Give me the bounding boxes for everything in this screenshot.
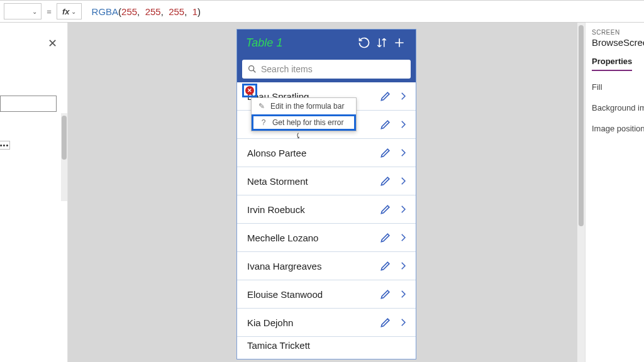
properties-panel: SCREEN BrowseScreen Properties Fill Back… <box>585 23 644 362</box>
refresh-icon[interactable] <box>355 36 373 49</box>
app-title: Table 1 <box>246 36 355 50</box>
row-title: Elouise Stanwood <box>237 289 377 300</box>
tree-pane: ✕ ••• <box>0 23 68 362</box>
sort-icon[interactable] <box>373 36 391 49</box>
edit-icon[interactable] <box>377 118 394 131</box>
prop-image-position[interactable]: Image position <box>592 124 644 133</box>
list-item[interactable]: Neta Storment <box>237 167 416 195</box>
phone-preview: Table 1 Search items <box>236 29 416 359</box>
list-item[interactable]: Beau Spratling ✎ Edit in the formula bar… <box>237 82 416 111</box>
fx-label: fx <box>62 7 70 16</box>
search-placeholder: Search items <box>261 64 313 74</box>
row-title: Neta Storment <box>237 176 377 187</box>
edit-icon[interactable] <box>377 175 394 187</box>
equals-sign: = <box>42 7 57 16</box>
row-title: Alonso Partee <box>237 148 377 158</box>
chevron-right-icon[interactable] <box>394 232 412 243</box>
prop-bg-image[interactable]: Background ima <box>592 103 644 112</box>
list-item[interactable]: Mechelle Lozano <box>237 224 416 252</box>
chevron-right-icon[interactable] <box>394 90 412 102</box>
help-icon: ? <box>258 118 269 127</box>
edit-icon[interactable] <box>377 90 394 102</box>
add-icon[interactable] <box>391 36 408 49</box>
list-item[interactable]: Alonso Partee <box>237 139 416 167</box>
more-icon[interactable]: ••• <box>0 141 10 150</box>
edit-icon[interactable] <box>377 146 394 159</box>
context-menu: ✎ Edit in the formula bar ? Get help for… <box>251 97 357 131</box>
formula-bar: ⌄ = fx ⌄ RGBA(255, 255, 255, 1) <box>0 0 644 23</box>
edit-icon[interactable] <box>377 288 394 300</box>
canvas-scrollbar[interactable] <box>577 23 585 362</box>
ctx-label: Edit in the formula bar <box>270 102 344 111</box>
edit-icon[interactable] <box>377 203 394 216</box>
edit-icon[interactable] <box>377 260 394 272</box>
row-title: Kia Dejohn <box>237 317 377 328</box>
chevron-down-icon: ⌄ <box>32 8 37 15</box>
row-title: Mechelle Lozano <box>237 233 377 243</box>
error-icon[interactable] <box>242 84 257 97</box>
ctx-label: Get help for this error <box>272 118 343 127</box>
search-wrap: Search items <box>237 56 416 82</box>
svg-point-0 <box>249 66 254 71</box>
search-icon <box>247 64 257 74</box>
row-title: Ivana Hargreaves <box>237 261 377 272</box>
tree-search-input[interactable] <box>0 96 57 112</box>
formula-input[interactable]: RGBA(255, 255, 255, 1) <box>86 6 644 17</box>
chevron-down-icon: ⌄ <box>71 8 76 15</box>
close-icon[interactable]: ✕ <box>48 36 57 50</box>
list-item[interactable]: Ivana Hargreaves <box>237 252 416 280</box>
edit-icon[interactable] <box>377 231 394 244</box>
list-item[interactable]: Kia Dejohn <box>237 309 416 337</box>
chevron-right-icon[interactable] <box>394 317 412 328</box>
pencil-icon: ✎ <box>257 102 267 111</box>
search-input[interactable]: Search items <box>242 60 411 79</box>
tab-properties[interactable]: Properties <box>592 57 632 71</box>
chevron-right-icon[interactable] <box>394 260 412 272</box>
chevron-right-icon[interactable] <box>394 175 412 187</box>
tree-scrollbar[interactable] <box>61 113 67 201</box>
screen-name: BrowseScreen <box>592 37 644 48</box>
chevron-right-icon[interactable] <box>394 147 412 158</box>
list: Beau Spratling ✎ Edit in the formula bar… <box>237 82 416 353</box>
app-header: Table 1 <box>237 30 416 56</box>
scrollbar-thumb[interactable] <box>579 25 584 226</box>
row-title: Irvin Roebuck <box>237 204 377 215</box>
canvas-area: Table 1 Search items <box>68 23 585 362</box>
edit-icon[interactable] <box>377 316 394 329</box>
list-item[interactable]: Elouise Stanwood <box>237 280 416 309</box>
fx-button[interactable]: fx ⌄ <box>57 3 82 19</box>
ctx-edit-formula[interactable]: ✎ Edit in the formula bar <box>252 98 356 114</box>
ctx-get-help[interactable]: ? Get help for this error <box>252 114 356 131</box>
scrollbar-thumb[interactable] <box>62 116 67 160</box>
row-title: Tamica Trickett <box>237 340 412 351</box>
chevron-right-icon[interactable] <box>394 288 412 300</box>
chevron-right-icon[interactable] <box>394 204 412 215</box>
property-dropdown[interactable]: ⌄ <box>4 3 42 19</box>
prop-fill[interactable]: Fill <box>592 82 644 92</box>
screen-chip: SCREEN <box>592 29 644 36</box>
workspace: ✕ ••• Table 1 Search item <box>0 23 644 362</box>
list-item[interactable]: Tamica Trickett <box>237 337 416 353</box>
list-item[interactable]: Irvin Roebuck <box>237 195 416 224</box>
chevron-right-icon[interactable] <box>394 119 412 130</box>
